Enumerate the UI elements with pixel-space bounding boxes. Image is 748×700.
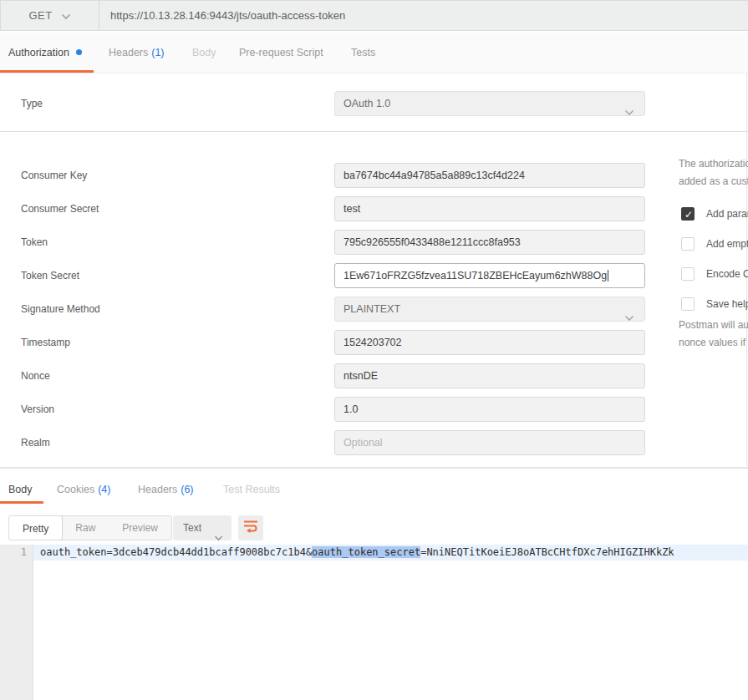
response-tab-test-results[interactable]: Test Results [223, 484, 280, 495]
response-tab-cookies[interactable]: Cookies(4) [57, 484, 110, 495]
signature-method-row: Signature Method PLAINTEXT [0, 297, 748, 322]
consumer-key-row: Consumer Key ba7674bc44a94785a5a889c13cf… [0, 163, 748, 188]
version-row: Version 1.0 [0, 397, 748, 422]
method-dropdown[interactable]: GET [1, 1, 99, 30]
auth-type-row: Type OAuth 1.0 [0, 91, 748, 116]
timestamp-row: Timestamp 1524203702 [0, 330, 748, 355]
format-select[interactable]: Text [173, 515, 232, 540]
checkbox-unchecked-icon [681, 297, 695, 311]
response-tab-headers[interactable]: Headers(6) [138, 484, 194, 495]
active-tab-underline [0, 70, 94, 73]
nonce-field[interactable]: ntsnDE [334, 363, 645, 388]
type-label: Type [21, 91, 43, 116]
add-empty-params-checkbox[interactable]: Add empty params to signature [681, 236, 748, 251]
selected-text: oauth_token_secret [312, 546, 420, 558]
consumer-key-field[interactable]: ba7674bc44a94785a5a889c13cf4d224 [334, 163, 645, 188]
consumer-secret-field[interactable]: test [334, 196, 645, 221]
response-tabs: Body Cookies(4) Headers(6) Test Results [0, 469, 748, 504]
chevron-down-icon [624, 307, 634, 322]
cookies-count-badge: (4) [98, 484, 110, 495]
view-mode-raw[interactable]: Raw [62, 516, 109, 540]
chevron-down-icon [61, 8, 71, 23]
response-body-editor[interactable]: 1 oauth_token=3dceb479dcb44dd1bcaff9008b… [0, 545, 748, 700]
auth-type-select[interactable]: OAuth 1.0 [334, 91, 645, 116]
section-divider [0, 131, 748, 132]
chevron-down-icon [624, 101, 634, 116]
timestamp-field[interactable]: 1524203702 [334, 330, 645, 355]
version-field[interactable]: 1.0 [334, 397, 645, 422]
token-secret-field[interactable]: 1Ew671oFRZG5fzvea11SU718ZBEHcEayum6zhW88… [334, 263, 645, 288]
line-number: 1 [0, 545, 27, 561]
checkbox-unchecked-icon [681, 267, 695, 281]
realm-row: Realm Optional [0, 430, 748, 455]
wrap-text-button[interactable] [238, 515, 263, 540]
tab-pre-request-script[interactable]: Pre-request Script [239, 47, 323, 58]
token-row: Token 795c926555f0433488e1211ccc8fa953 [0, 230, 748, 255]
add-params-to-header-checkbox[interactable]: Add params to header [681, 205, 748, 221]
postman-window: GET https://10.13.28.146:9443/jts/oauth-… [0, 0, 748, 700]
save-helper-data-checkbox[interactable]: Save helper data to request [681, 296, 748, 311]
realm-field[interactable]: Optional [334, 430, 645, 455]
token-field[interactable]: 795c926555f0433488e1211ccc8fa953 [334, 230, 645, 255]
signature-method-select[interactable]: PLAINTEXT [334, 297, 645, 322]
nonce-row: Nonce ntsnDE [0, 363, 748, 388]
wrap-text-icon [243, 520, 258, 536]
request-tabs: Authorization Headers(1) Body Pre-reques… [0, 33, 748, 74]
tab-authorization[interactable]: Authorization [8, 47, 82, 58]
response-headers-count-badge: (6) [181, 484, 193, 495]
headers-count-badge: (1) [151, 47, 164, 58]
checkbox-unchecked-icon [681, 237, 695, 251]
tab-headers[interactable]: Headers(1) [109, 47, 165, 58]
view-mode-pretty[interactable]: Pretty [8, 515, 63, 540]
authorization-active-dot-icon [76, 49, 82, 55]
method-label: GET [28, 9, 52, 22]
response-tab-body[interactable]: Body [8, 484, 33, 495]
view-mode-preview[interactable]: Preview [109, 516, 171, 540]
tab-tests[interactable]: Tests [351, 47, 375, 58]
response-toolbar: Pretty Raw Preview Text [0, 515, 748, 540]
request-url-bar: GET https://10.13.28.146:9443/jts/oauth-… [0, 0, 748, 31]
active-response-tab-underline [0, 501, 43, 504]
token-secret-row: Token Secret 1Ew671oFRZG5fzvea11SU718ZBE… [0, 263, 748, 288]
encode-oauth-signature-checkbox[interactable]: Encode OAuth signature [681, 266, 748, 281]
view-mode-group: Pretty Raw Preview [8, 515, 172, 540]
tab-body[interactable]: Body [192, 47, 216, 58]
auth-help-text: The authorization header will be generat… [679, 155, 748, 190]
response-body-line[interactable]: oauth_token=3dceb479dcb44dd1bcaff9008bc7… [33, 545, 748, 561]
auto-generate-help-text: Postman will auto-generate timestamp and… [679, 317, 748, 352]
text-cursor [608, 270, 608, 282]
line-number-gutter: 1 [0, 545, 33, 700]
consumer-secret-row: Consumer Secret test [0, 196, 748, 221]
url-input[interactable]: https://10.13.28.146:9443/jts/oauth-acce… [99, 1, 748, 30]
checkbox-checked-icon [681, 207, 695, 221]
